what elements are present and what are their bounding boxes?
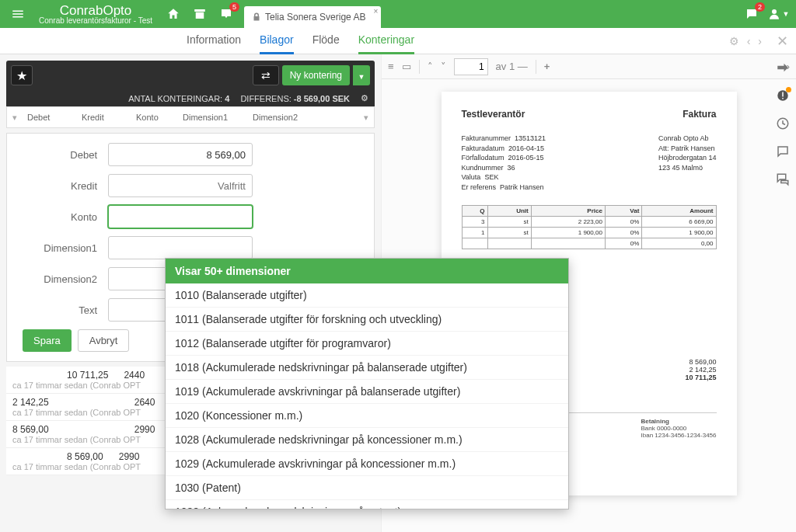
- antal-label: ANTAL KONTERINGAR:: [128, 94, 222, 103]
- col-debet: Debet: [23, 113, 77, 122]
- tab-flode[interactable]: Flöde: [312, 28, 340, 54]
- gear-icon[interactable]: ⚙: [729, 35, 739, 47]
- label-dim1: Dimension1: [23, 242, 108, 254]
- input-konto[interactable]: [108, 205, 253, 228]
- label-debet: Debet: [23, 149, 108, 161]
- invoice-meta-left: Fakturanummer 13513121 Fakturadatum 2016…: [462, 134, 546, 193]
- kontering-panel: ★ ⇄ Ny kontering ▼ ANTAL KONTERINGAR: 4 …: [0, 54, 381, 532]
- page-input[interactable]: [454, 58, 488, 75]
- cancel-button[interactable]: Avbryt: [78, 329, 130, 352]
- kontering-columns: ▾ Debet Kredit Konto Dimension1 Dimensio…: [6, 106, 375, 128]
- konto-dropdown: Visar 50+ dimensioner 1010 (Balanserade …: [165, 258, 569, 509]
- prev-icon[interactable]: ‹: [747, 35, 751, 47]
- label-text: Text: [23, 304, 108, 316]
- next-icon[interactable]: ›: [758, 35, 762, 47]
- new-kontering-button[interactable]: Ny kontering: [282, 65, 350, 85]
- prev-page-icon[interactable]: ˄: [428, 61, 433, 72]
- brand: ConrabOpto Conrab leverantörsfakturor - …: [31, 4, 160, 25]
- label-konto: Konto: [23, 211, 108, 223]
- row-val: 2440: [124, 370, 145, 381]
- shuffle-button[interactable]: ⇄: [253, 65, 279, 85]
- dropdown-header: Visar 50+ dimensioner: [166, 259, 568, 283]
- user-icon: [767, 7, 781, 21]
- label-dim2: Dimension2: [23, 273, 108, 285]
- inbox-badge: 5: [229, 2, 239, 12]
- row-val: 2 142,25: [12, 397, 49, 408]
- home-button[interactable]: [160, 1, 187, 27]
- tab-information[interactable]: Information: [187, 28, 241, 54]
- thumbnails-icon[interactable]: ≡: [388, 61, 394, 72]
- col-dim2: Dimension2: [248, 113, 358, 122]
- row-val: 2640: [134, 397, 155, 408]
- user-menu-button[interactable]: ▼: [765, 1, 791, 27]
- gear-icon[interactable]: ⚙: [361, 93, 368, 103]
- chat-button[interactable]: 2: [738, 1, 765, 27]
- save-button[interactable]: Spara: [23, 329, 72, 352]
- close-panel-icon[interactable]: ✕: [777, 33, 788, 50]
- scroll-left-icon[interactable]: ▾: [7, 113, 23, 123]
- input-kredit[interactable]: [108, 174, 253, 197]
- input-debet[interactable]: [108, 143, 253, 166]
- comment-icon[interactable]: [776, 144, 790, 162]
- close-tab-icon[interactable]: ×: [374, 7, 379, 16]
- home-icon: [166, 7, 180, 21]
- chat-badge: 2: [755, 2, 765, 12]
- tab-bilagor[interactable]: Bilagor: [260, 28, 294, 54]
- diff-label: DIFFERENS:: [240, 94, 291, 103]
- favorite-button[interactable]: ★: [11, 65, 33, 85]
- brand-subtitle: Conrab leverantörsfakturor - Test: [39, 17, 152, 25]
- dropdown-item[interactable]: 1029 (Ackumulerade avskrivningar på konc…: [166, 452, 568, 476]
- dropdown-item[interactable]: 1038 (Ackumulerade nedskrivningar på pat…: [166, 500, 568, 509]
- invoice-table: Q Unit Price Vat Amount 3st2 223,000%6 6…: [462, 205, 717, 249]
- tab-konteringar[interactable]: Konteringar: [358, 28, 414, 54]
- col-dim1: Dimension1: [178, 113, 248, 122]
- input-dim1[interactable]: [108, 236, 253, 259]
- lock-icon: [252, 12, 261, 22]
- dropdown-item[interactable]: 1020 (Koncessioner m.m.): [166, 404, 568, 428]
- chevron-down-icon: ▼: [783, 10, 790, 18]
- action-rail: [770, 54, 796, 532]
- row-val: 2990: [134, 424, 155, 435]
- diff-value: -8 569,00 SEK: [294, 94, 350, 103]
- comments-icon[interactable]: [776, 172, 790, 190]
- alert-icon[interactable]: [776, 89, 790, 106]
- next-page-icon[interactable]: ˅: [441, 61, 446, 72]
- dropdown-item[interactable]: 1012 (Balanserade utgifter för programva…: [166, 332, 568, 356]
- antal-value: 4: [225, 94, 229, 103]
- page-icon[interactable]: ▭: [402, 61, 411, 72]
- inbox-button[interactable]: 5: [213, 1, 239, 27]
- zoom-in-icon[interactable]: +: [544, 61, 550, 72]
- scroll-right-icon[interactable]: ▾: [358, 113, 374, 123]
- col-kredit: Kredit: [77, 113, 131, 122]
- chevron-down-icon: ▼: [358, 73, 365, 81]
- row-val: 8 569,00: [12, 424, 49, 435]
- svg-rect-1: [782, 92, 784, 97]
- dropdown-item[interactable]: 1011 (Balanserade utgifter för forskning…: [166, 308, 568, 332]
- new-kontering-dropdown[interactable]: ▼: [353, 65, 370, 85]
- forward-icon[interactable]: [776, 61, 790, 78]
- viewer-toolbar: ≡ ▭ ˄ ˅ av 1 — + »: [382, 54, 796, 79]
- dropdown-item[interactable]: 1010 (Balanserade utgifter): [166, 283, 568, 308]
- company-tab-label: Telia Sonera Sverige AB: [265, 12, 365, 23]
- archive-button[interactable]: [187, 1, 213, 27]
- dropdown-item[interactable]: 1019 (Ackumulerade avskrivningar på bala…: [166, 380, 568, 404]
- dropdown-list[interactable]: 1010 (Balanserade utgifter) 1011 (Balans…: [166, 283, 568, 509]
- dropdown-item[interactable]: 1018 (Ackumulerade nedskrivningar på bal…: [166, 356, 568, 380]
- archive-icon: [193, 7, 207, 21]
- topbar: ConrabOpto Conrab leverantörsfakturor - …: [0, 0, 796, 28]
- col-konto: Konto: [131, 113, 178, 122]
- star-icon: ★: [16, 68, 27, 83]
- menu-button[interactable]: [5, 1, 31, 27]
- row-val: 10 711,25: [67, 370, 108, 381]
- dropdown-item[interactable]: 1030 (Patent): [166, 476, 568, 500]
- clock-icon[interactable]: [776, 116, 790, 134]
- brand-name: ConrabOpto: [60, 4, 132, 17]
- kontering-header: ★ ⇄ Ny kontering ▼: [6, 61, 375, 90]
- company-tab[interactable]: Telia Sonera Sverige AB ×: [244, 6, 381, 28]
- invoice-title: Faktura: [683, 109, 716, 120]
- shuffle-icon: ⇄: [261, 69, 271, 82]
- dropdown-item[interactable]: 1028 (Ackumulerade nedskrivningar på kon…: [166, 428, 568, 452]
- hamburger-icon: [11, 7, 25, 21]
- svg-rect-2: [782, 98, 784, 99]
- subtab-bar: Information Bilagor Flöde Konteringar ⚙ …: [0, 28, 796, 54]
